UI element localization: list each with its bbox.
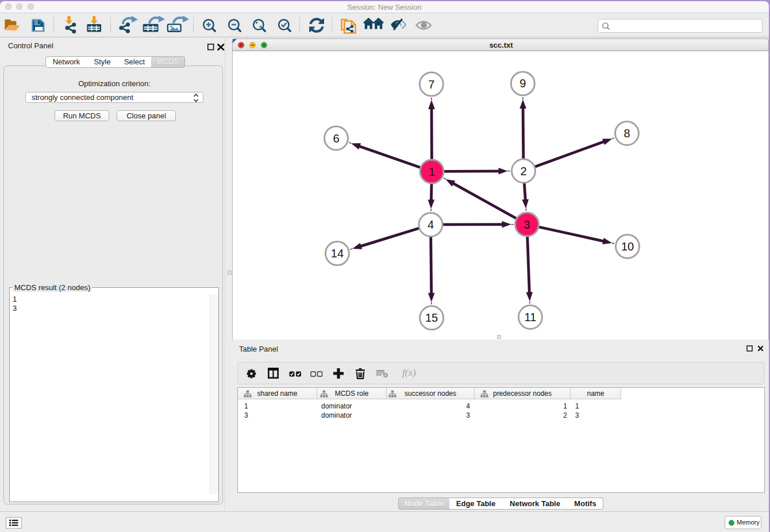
svg-text:1: 1 [429, 165, 435, 178]
svg-text:8: 8 [623, 127, 630, 140]
svg-text:4: 4 [428, 218, 434, 231]
svg-text:9: 9 [519, 77, 526, 90]
svg-text:6: 6 [333, 132, 339, 145]
svg-text:7: 7 [428, 78, 434, 91]
svg-text:11: 11 [525, 311, 537, 323]
svg-text:10: 10 [621, 240, 634, 253]
svg-text:2: 2 [520, 165, 526, 178]
svg-text:3: 3 [523, 218, 530, 231]
svg-text:15: 15 [425, 311, 438, 324]
svg-text:14: 14 [331, 247, 344, 260]
